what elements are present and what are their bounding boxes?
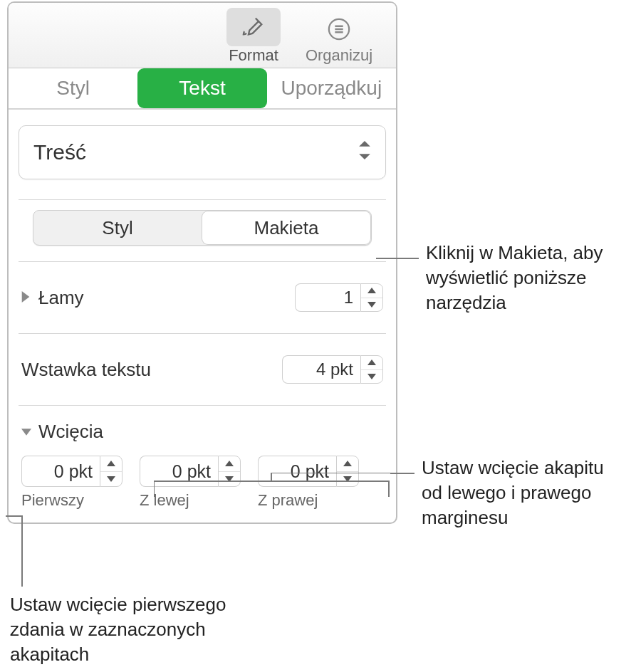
callout-bracket [154, 473, 393, 498]
paragraph-style-value: Treść [33, 140, 86, 164]
inspector-toolbar: Format Organizuj [9, 3, 396, 68]
chevron-updown-icon [358, 141, 371, 164]
indent-first-col: 0 pkt Pierwszy [21, 456, 122, 510]
divider [19, 199, 386, 200]
paragraph-style-dropdown[interactable]: Treść [19, 125, 386, 179]
inspector-body: Treść Styl Makieta Łamy 1 [9, 125, 396, 523]
columns-label: Łamy [38, 287, 84, 309]
paintbrush-icon [238, 11, 269, 42]
columns-disclosure[interactable]: Łamy [21, 287, 295, 309]
format-inspector-panel: Format Organizuj Styl Tekst Uporządkuj T… [7, 1, 397, 524]
organize-label: Organizuj [306, 46, 372, 65]
callout-line [376, 258, 419, 259]
callout-margins: Ustaw wcięcie akapitu od lewego i praweg… [422, 456, 628, 530]
indents-label: Wcięcia [38, 421, 103, 443]
columns-stepper [360, 283, 383, 312]
format-toolbar-button[interactable]: Format [211, 3, 296, 68]
indents-header: Wcięcia [19, 419, 386, 444]
indent-first-stepper [100, 456, 122, 487]
text-inset-stepper [360, 355, 383, 384]
divider [19, 405, 386, 406]
indent-first-down[interactable] [100, 472, 122, 487]
chevron-right-icon [21, 290, 34, 306]
columns-field: 1 [295, 283, 383, 312]
indent-left-up[interactable] [219, 456, 240, 472]
columns-row: Łamy 1 [19, 280, 386, 315]
text-subtab-segment: Styl Makieta [33, 210, 372, 246]
indent-first-label: Pierwszy [21, 491, 84, 510]
chevron-down-icon [21, 424, 34, 440]
segment-style[interactable]: Styl [33, 211, 202, 245]
text-inset-row: Wstawka tekstu 4 pkt [19, 352, 386, 387]
text-inset-step-up[interactable] [361, 356, 382, 370]
indent-right-up[interactable] [337, 456, 358, 472]
columns-step-down[interactable] [361, 298, 382, 312]
callout-line [21, 515, 23, 587]
callout-line [6, 515, 23, 517]
inspector-tabs: Styl Tekst Uporządkuj [9, 68, 396, 110]
columns-input[interactable]: 1 [295, 283, 360, 312]
callout-first-line: Ustaw wcięcie pierwszego zdania w zaznac… [10, 592, 252, 667]
organize-toolbar-button[interactable]: Organizuj [296, 3, 382, 68]
tab-style[interactable]: Styl [9, 68, 137, 108]
indent-first-input[interactable]: 0 pkt [21, 456, 100, 487]
tab-text[interactable]: Tekst [137, 68, 266, 108]
segment-layout[interactable]: Makieta [202, 211, 370, 244]
text-inset-input[interactable]: 4 pkt [282, 355, 360, 384]
text-inset-step-down[interactable] [361, 370, 382, 384]
columns-step-up[interactable] [361, 284, 382, 298]
indents-disclosure[interactable]: Wcięcia [21, 421, 383, 443]
tab-arrange[interactable]: Uporządkuj [267, 68, 396, 108]
divider [19, 261, 386, 262]
callout-line [390, 473, 414, 474]
text-inset-label: Wstawka tekstu [21, 359, 151, 381]
indent-first-up[interactable] [100, 456, 122, 472]
divider [19, 333, 386, 334]
format-label: Format [229, 46, 278, 65]
callout-layout: Kliknij w Makieta, aby wyświetlić poniżs… [426, 241, 625, 315]
list-circle-icon [323, 14, 355, 45]
text-inset-field: 4 pkt [282, 355, 383, 384]
